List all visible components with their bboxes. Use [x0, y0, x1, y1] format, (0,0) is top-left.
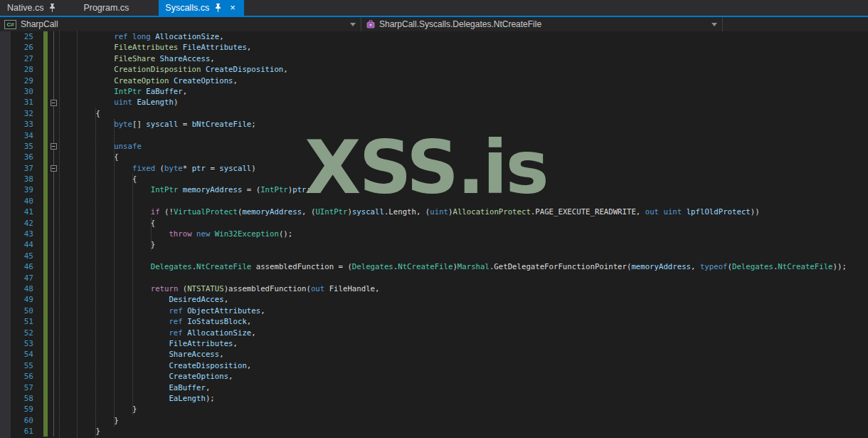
code-line[interactable]: {: [59, 108, 868, 119]
code-line[interactable]: unsafe: [59, 141, 868, 152]
code-line-row: 60 }: [0, 415, 868, 426]
code-line-row: 46 Delegates.NtCreateFile assembledFunct…: [0, 261, 868, 272]
tab-label: Native.cs: [7, 3, 43, 13]
code-line[interactable]: IntPtr memoryAddress = (IntPtr)ptr;: [59, 184, 868, 195]
line-number: 58: [0, 393, 43, 404]
project-dropdown[interactable]: C# SharpCall: [0, 17, 361, 31]
code-line[interactable]: CreateOption CreateOptions,: [59, 75, 868, 86]
code-line[interactable]: ref AllocationSize,: [59, 328, 868, 338]
line-number: 45: [0, 251, 43, 261]
fold-margin: [48, 64, 59, 75]
code-line[interactable]: ref ObjectAttributes,: [59, 306, 868, 316]
code-line[interactable]: return (NTSTATUS)assembledFunction(out F…: [59, 283, 868, 294]
fold-margin: [48, 338, 59, 349]
code-line-row: 43 throw new Win32Exception();: [0, 229, 868, 239]
code-line[interactable]: IntPtr EaBuffer,: [59, 86, 868, 97]
tab-syscalls-cs[interactable]: Syscalls.cs ×: [159, 0, 244, 16]
line-number: 29: [0, 75, 43, 86]
code-line[interactable]: throw new Win32Exception();: [59, 229, 868, 239]
code-line[interactable]: ref long AllocationSize,: [59, 31, 868, 42]
line-number: 43: [0, 229, 43, 239]
code-line[interactable]: }: [59, 426, 868, 437]
code-line-row: 41 if (!VirtualProtect(memoryAddress, (U…: [0, 207, 868, 217]
code-line-row: 52 ref AllocationSize,: [0, 328, 868, 338]
code-line[interactable]: [59, 130, 868, 141]
code-line[interactable]: }: [59, 239, 868, 250]
vs-editor-window: Native.cs Program.cs Syscalls.cs × C# Sh…: [0, 0, 868, 438]
chevron-down-icon: [711, 23, 717, 26]
project-name: SharpCall: [21, 19, 58, 29]
tab-native-cs[interactable]: Native.cs: [0, 0, 63, 16]
code-line[interactable]: CreateOptions,: [59, 371, 868, 382]
line-number: 38: [0, 174, 43, 184]
code-line[interactable]: [59, 196, 868, 207]
code-line[interactable]: EaBuffer,: [59, 382, 868, 393]
code-line-row: 54 ShareAccess,: [0, 349, 868, 360]
code-line[interactable]: FileAttributes FileAttributes,: [59, 42, 868, 53]
fold-margin: [48, 130, 59, 141]
code-line[interactable]: DesiredAcces,: [59, 294, 868, 305]
line-number: 53: [0, 338, 43, 349]
line-number: 30: [0, 86, 43, 97]
code-line-row: 61 }: [0, 426, 868, 437]
code-line-row: 50 ref ObjectAttributes,: [0, 306, 868, 316]
fold-margin: [48, 31, 59, 42]
fold-margin: [48, 42, 59, 53]
code-editor[interactable]: 25 ref long AllocationSize,26 FileAttrib…: [0, 31, 868, 438]
navigation-bar: C# SharpCall SharpCall.Syscalls.Delegate…: [0, 17, 868, 31]
code-line[interactable]: {: [59, 174, 868, 184]
code-line[interactable]: CreationDisposition CreateDisposition,: [59, 64, 868, 75]
line-number: 60: [0, 415, 43, 426]
code-line-row: 58 EaLength);: [0, 393, 868, 404]
collapse-icon[interactable]: −: [51, 143, 57, 150]
pin-icon[interactable]: [214, 4, 222, 12]
document-tab-strip: Native.cs Program.cs Syscalls.cs ×: [0, 0, 868, 16]
code-line[interactable]: {: [59, 152, 868, 162]
tab-program-cs[interactable]: Program.cs: [73, 0, 139, 16]
fold-margin: [48, 328, 59, 338]
line-number: 50: [0, 306, 43, 316]
code-line[interactable]: if (!VirtualProtect(memoryAddress, (UInt…: [59, 207, 868, 217]
code-line-row: 37− fixed (byte* ptr = syscall): [0, 163, 868, 174]
fold-margin: [48, 119, 59, 130]
code-line[interactable]: }: [59, 404, 868, 414]
fold-margin: [48, 426, 59, 437]
code-line-row: 49 DesiredAcces,: [0, 294, 868, 305]
line-number: 42: [0, 218, 43, 229]
code-line[interactable]: Delegates.NtCreateFile assembledFunction…: [59, 261, 868, 272]
code-line[interactable]: EaLength);: [59, 393, 868, 404]
code-line[interactable]: uint EaLength): [59, 97, 868, 108]
code-line[interactable]: [59, 273, 868, 283]
code-line[interactable]: }: [59, 415, 868, 426]
code-line[interactable]: byte[] syscall = bNtCreateFile;: [59, 119, 868, 130]
code-line[interactable]: fixed (byte* ptr = syscall): [59, 163, 868, 174]
line-number: 55: [0, 360, 43, 371]
collapse-icon[interactable]: −: [51, 165, 57, 172]
pin-icon[interactable]: [48, 4, 56, 12]
code-line[interactable]: CreateDisposition,: [59, 360, 868, 371]
collapse-icon[interactable]: −: [51, 100, 57, 106]
code-line[interactable]: ShareAccess,: [59, 349, 868, 360]
code-line-row: 28 CreationDisposition CreateDisposition…: [0, 64, 868, 75]
fold-margin: [48, 283, 59, 294]
fold-margin: [48, 273, 59, 283]
fold-margin: [48, 108, 59, 119]
code-line[interactable]: FileShare ShareAccess,: [59, 53, 868, 64]
fold-margin: [48, 371, 59, 382]
fold-margin: −: [48, 163, 59, 174]
fold-margin: [48, 294, 59, 305]
fold-margin: [48, 261, 59, 272]
member-dropdown[interactable]: SharpCall.Syscalls.Delegates.NtCreateFil…: [361, 17, 723, 31]
code-line-row: 42 {: [0, 218, 868, 229]
fold-margin: −: [48, 141, 59, 152]
code-line-row: 29 CreateOption CreateOptions,: [0, 75, 868, 86]
close-icon[interactable]: ×: [228, 4, 238, 12]
code-line[interactable]: ref IoStatusBlock,: [59, 316, 868, 327]
code-line[interactable]: {: [59, 218, 868, 229]
line-number: 32: [0, 108, 43, 119]
code-line-row: 47: [0, 273, 868, 283]
fold-margin: [48, 86, 59, 97]
code-line[interactable]: [59, 251, 868, 261]
code-line-row: 32 {: [0, 108, 868, 119]
code-line[interactable]: FileAttributes,: [59, 338, 868, 349]
